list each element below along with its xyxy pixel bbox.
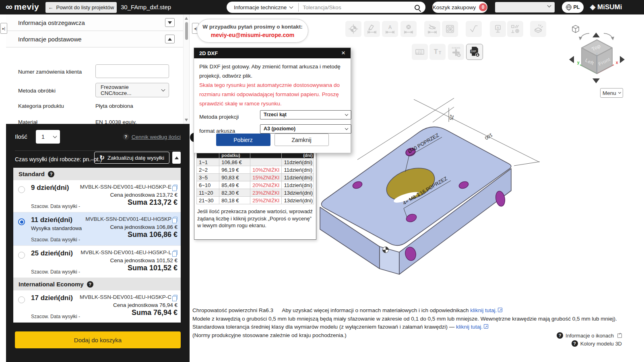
triangle-up-icon [168, 38, 172, 41]
rotate-left-icon[interactable] [579, 33, 589, 40]
download-button[interactable]: Pobierz [216, 134, 270, 146]
dxf-download-button[interactable]: DXF [466, 44, 483, 60]
quantity-value: 1 [41, 134, 45, 140]
projection-select[interactable]: Trzeci kąt [260, 110, 351, 119]
viewer-menu-button[interactable]: Menu [600, 88, 623, 98]
triangle-down-icon [168, 21, 172, 24]
language-button[interactable]: PL [562, 2, 584, 13]
collapse-shipping-button[interactable] [172, 152, 181, 164]
close-button[interactable]: Zamknij [275, 134, 329, 146]
estimated-ship-date: Szacow. Data wysyłki - [31, 204, 80, 209]
wireframe-cube-icon[interactable] [572, 25, 579, 33]
edit-dimension-tool-button[interactable] [364, 21, 380, 37]
rotate-down-icon[interactable] [592, 78, 600, 83]
scrollbar-thumb[interactable] [185, 22, 188, 40]
letter-dimension-icon: A [385, 24, 395, 34]
model-colors-link[interactable]: Kolory modelu 3D [557, 339, 622, 348]
back-button-label: Powrót do listy projektów [56, 4, 114, 10]
panel-scrollbar[interactable] [183, 14, 189, 124]
rotate-east-icon[interactable] [620, 56, 625, 63]
delete-dimension-tool-button[interactable] [400, 21, 417, 37]
help-icon[interactable] [87, 281, 93, 288]
method-value: Frezowanie CNC/tocze... [101, 84, 158, 96]
update-ship-date-button[interactable]: ↻ Zaktualizuj datę wysyłki [94, 152, 169, 164]
account-select[interactable] [495, 2, 555, 12]
radio-button[interactable] [18, 296, 25, 303]
price-link-label[interactable]: Cennik według ilości [132, 134, 181, 140]
table-row: 2~2 96,19 € 10%ZNIŻKI 11dzień(dni) [197, 166, 314, 174]
meviy-logo[interactable]: ∞ meviy [6, 2, 39, 12]
copy-icon[interactable] [173, 250, 178, 255]
table-row: 21~30 80,18 € 25%ZNIŻKI 13dzień(dni) [197, 197, 314, 204]
shipping-option-11-days[interactable]: 11 dzień(dni) Wysyłka standardowa MVBLK-… [13, 212, 181, 246]
chevron-down-icon [161, 88, 165, 92]
copy-icon[interactable] [173, 295, 178, 300]
scroll-down-icon[interactable] [185, 119, 188, 121]
six-views-download-button[interactable]: 6VIEWS [448, 44, 464, 60]
add-to-cart-button[interactable]: Dodaj do koszyka [15, 331, 181, 348]
basic-section-title: Informacje podstawowe [18, 36, 82, 43]
datum-target-tool-button[interactable] [345, 21, 361, 37]
price-cell: 80,18 € [219, 197, 250, 204]
unfold-box-icon [533, 24, 543, 34]
surface-finish-tool-button[interactable] [442, 21, 458, 37]
svg-text:A: A [388, 25, 392, 30]
info-panel: Informacja ostrzegawcza Informacje podst… [6, 14, 190, 124]
qty-cell: 21~30 [197, 197, 219, 204]
help-icon[interactable] [48, 171, 54, 177]
hide-dimension-tool-button[interactable] [424, 21, 440, 37]
roughness-tool-button[interactable] [466, 21, 482, 37]
search-category-select[interactable]: Informacje techniczne [227, 4, 298, 10]
option-days: 9 dzień(dni) [31, 184, 69, 192]
back-arrow-icon: ← [48, 4, 54, 10]
cart-button[interactable]: Koszyk zakupowy 0 [432, 2, 487, 13]
close-icon[interactable]: × [341, 49, 345, 57]
geometric-tolerance-tool-button[interactable] [507, 21, 523, 37]
expand-left-panel-button[interactable]: ▸| [0, 23, 7, 34]
part-number: MVBLK-SSN-DEV001-4EU-HG5KP [85, 216, 171, 222]
back-to-projects-button[interactable]: ← Powrót do listy projektów [45, 2, 117, 13]
scroll-up-icon[interactable] [185, 17, 188, 20]
unit-price-value: 106,86 € [156, 224, 178, 230]
radio-button-selected[interactable] [18, 218, 25, 225]
copy-icon[interactable] [173, 185, 178, 189]
measure-tool-button[interactable]: 123 [412, 44, 428, 60]
radio-button[interactable] [18, 186, 25, 193]
days-cell: 13dzień(dni) [282, 189, 314, 197]
order-number-input[interactable] [95, 64, 169, 78]
radio-button[interactable] [18, 252, 25, 259]
ruler-123-icon: 123 [415, 47, 425, 57]
dimension-25: 25 [448, 114, 455, 121]
icon-info-link[interactable]: Informacje o ikonach [557, 331, 622, 339]
method-select[interactable]: Frezowanie CNC/tocze... [95, 83, 169, 97]
search-input[interactable] [299, 4, 415, 10]
search-icon[interactable] [415, 5, 420, 10]
estimated-ship-date: Szacow. Data wysyłki - [31, 269, 80, 275]
text-dimension-tool-button[interactable]: A [382, 21, 398, 37]
total-price: Suma 213,72 € [128, 198, 178, 207]
material-standards-link[interactable]: kliknij tutaj. [470, 307, 497, 313]
price-by-quantity-link[interactable]: Cennik według ilości [123, 134, 181, 140]
external-link-icon [484, 324, 488, 329]
rotate-right-icon[interactable] [604, 33, 614, 40]
contact-email-link[interactable]: meviy-eu@misumi-europe.com [197, 32, 308, 38]
tolerance-link[interactable]: kliknij tutaj. [456, 324, 483, 330]
shipping-option-17-days[interactable]: 17 dzień(dni) MVBLK-SSN-DEV001-4EU-HG5KP… [13, 290, 181, 323]
rotate-west-icon[interactable] [569, 56, 574, 63]
shipping-option-9-days[interactable]: 9 dzień(dni) MVBLK-SSN-DEV001-4EU-HG5KP-… [13, 180, 181, 212]
unfold-3d-tool-button[interactable] [530, 21, 546, 37]
text-size-tool-button[interactable]: T T [429, 44, 446, 60]
quantity-select[interactable]: 1 [36, 130, 60, 144]
copy-icon[interactable] [173, 217, 178, 222]
shipping-option-25-days[interactable]: 25 dzień(dni) MVBLK-SSN-DEV001-4EU-HG5KP… [13, 246, 181, 278]
modal-body: Plik DXF jest gotowy. Aby zmienić format… [194, 58, 351, 136]
update-button-label: Zaktualizuj datę wysyłki [107, 155, 164, 161]
warning-section-toggle[interactable] [165, 18, 175, 27]
group-header-international: International Economy [13, 278, 181, 290]
rotate-up-icon[interactable] [592, 33, 600, 37]
sheet-format-select[interactable]: A3 (poziomo) [260, 124, 351, 134]
datum-label-tool-button[interactable]: A [490, 21, 506, 37]
basic-section-toggle[interactable] [165, 35, 175, 43]
contact-info: W przypadku pytań prosimy o kontakt: mev… [197, 19, 308, 43]
view-cube-widget[interactable]: Top Left Front y x [567, 22, 627, 86]
